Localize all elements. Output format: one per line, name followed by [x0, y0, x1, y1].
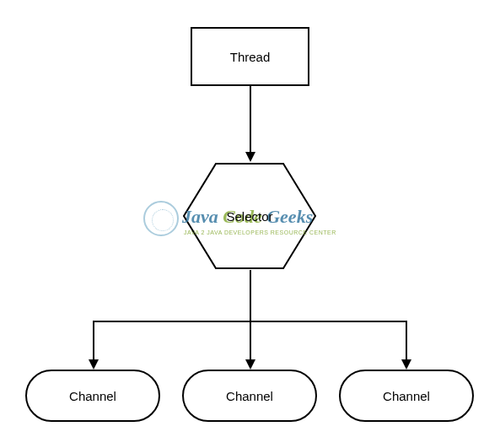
thread-node: Thread: [191, 27, 309, 86]
channel-label: Channel: [226, 389, 273, 403]
arrowhead-icon: [401, 359, 411, 370]
selector-node: Selector: [182, 162, 317, 270]
thread-label: Thread: [230, 50, 271, 64]
arrowhead-icon: [245, 359, 255, 370]
watermark-circle-icon: [143, 201, 179, 236]
edge-to-channel2: [250, 321, 251, 359]
channel-node-1: Channel: [25, 370, 160, 422]
channel-label: Channel: [69, 389, 116, 403]
edge-to-channel3: [406, 321, 407, 359]
watermark-inner-circle: [152, 209, 174, 231]
channel-node-2: Channel: [182, 370, 317, 422]
edge-selector-vertical: [250, 270, 251, 321]
edge-to-channel1: [93, 321, 94, 359]
arrowhead-icon: [89, 359, 99, 370]
edge-thread-selector: [250, 86, 251, 152]
channel-label: Channel: [383, 389, 430, 403]
channel-node-3: Channel: [339, 370, 474, 422]
diagram-container: Thread Selector Channel Channel Channel …: [0, 0, 500, 448]
selector-label: Selector: [182, 162, 317, 270]
arrowhead-icon: [245, 152, 255, 162]
